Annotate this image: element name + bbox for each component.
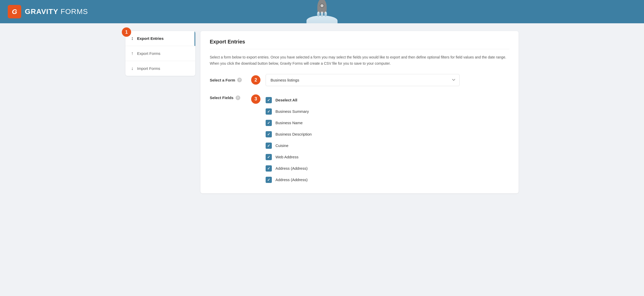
field-deselect-all[interactable]: ✓ Deselect All [266,94,509,106]
field-cuisine[interactable]: ✓ Cuisine [266,140,509,151]
field-label: Address (Address) [275,166,308,171]
content-area: Export Entries Select a form below to ex… [200,31,519,193]
field-label: Deselect All [275,98,297,102]
checkmark: ✓ [267,109,270,114]
checkbox-deselect-all[interactable]: ✓ [266,97,272,103]
field-address-2[interactable]: ✓ Address (Address) [266,174,509,186]
field-business-name[interactable]: ✓ Business Name [266,117,509,129]
page-title: Export Entries [210,39,509,49]
select-fields-row: Select Fields ? 3 ✓ Deselect All [210,94,509,186]
field-label: Cuisine [275,143,288,148]
field-label: Address (Address) [275,177,308,182]
fields-list-wrapper: 3 ✓ Deselect All ✓ Business Summ [251,94,509,186]
main-container: 1 ↕ Export Entries ↑ Export Forms ↓ Impo… [120,23,524,201]
sidebar: ↕ Export Entries ↑ Export Forms ↓ Import… [125,31,195,76]
logo-icon: G [8,5,21,18]
checkbox-web-address[interactable]: ✓ [266,154,272,160]
select-fields-label: Select Fields ? [210,94,246,100]
select-form-help-icon[interactable]: ? [237,78,242,82]
checkmark: ✓ [267,121,270,125]
step2-badge: 2 [251,75,260,85]
logo-text: GRAVITY FORMS [25,8,88,16]
select-form-wrapper: 2 Business listings [251,74,509,86]
step1-badge: 1 [122,27,131,37]
checkmark: ✓ [267,144,270,148]
export-forms-icon: ↑ [131,51,133,56]
checkbox-address-2[interactable]: ✓ [266,177,272,183]
checkmark: ✓ [267,132,270,136]
sidebar-item-export-entries[interactable]: ↕ Export Entries [125,31,195,46]
checkbox-business-summary[interactable]: ✓ [266,108,272,115]
checkmark: ✓ [267,98,270,102]
field-business-description[interactable]: ✓ Business Description [266,129,509,140]
select-form-row: Select a Form ? 2 Business listings [210,74,509,86]
sidebar-item-label: Export Entries [137,36,164,41]
form-select[interactable]: Business listings [266,74,460,86]
field-label: Web Address [275,155,298,159]
sidebar-item-export-forms[interactable]: ↑ Export Forms [125,46,195,61]
import-forms-icon: ↓ [131,66,133,71]
description-text: Select a form below to export entries. O… [210,54,509,67]
logo-container: G GRAVITY FORMS [8,5,88,18]
sidebar-item-label: Export Forms [137,51,160,56]
sidebar-item-import-forms[interactable]: ↓ Import Forms [125,61,195,76]
sidebar-item-label: Import Forms [137,66,160,71]
checkbox-cuisine[interactable]: ✓ [266,143,272,149]
field-address-1[interactable]: ✓ Address (Address) [266,163,509,174]
field-business-summary[interactable]: ✓ Business Summary [266,106,509,117]
field-label: Business Description [275,132,312,136]
rocket-decoration [306,0,338,23]
app-header: G GRAVITY FORMS [0,0,644,23]
field-web-address[interactable]: ✓ Web Address [266,151,509,163]
fields-list: ✓ Deselect All ✓ Business Summary [266,94,509,186]
export-entries-icon: ↕ [131,36,133,41]
field-label: Business Summary [275,109,309,114]
select-fields-help-icon[interactable]: ? [236,95,240,100]
select-form-label: Select a Form ? [210,78,246,82]
checkbox-address-1[interactable]: ✓ [266,165,272,172]
checkbox-business-name[interactable]: ✓ [266,120,272,126]
step3-badge: 3 [251,94,260,104]
checkmark: ✓ [267,166,270,171]
checkmark: ✓ [267,155,270,159]
checkbox-business-description[interactable]: ✓ [266,131,272,137]
field-label: Business Name [275,121,303,125]
checkmark: ✓ [267,178,270,182]
sidebar-wrapper: 1 ↕ Export Entries ↑ Export Forms ↓ Impo… [125,31,195,193]
